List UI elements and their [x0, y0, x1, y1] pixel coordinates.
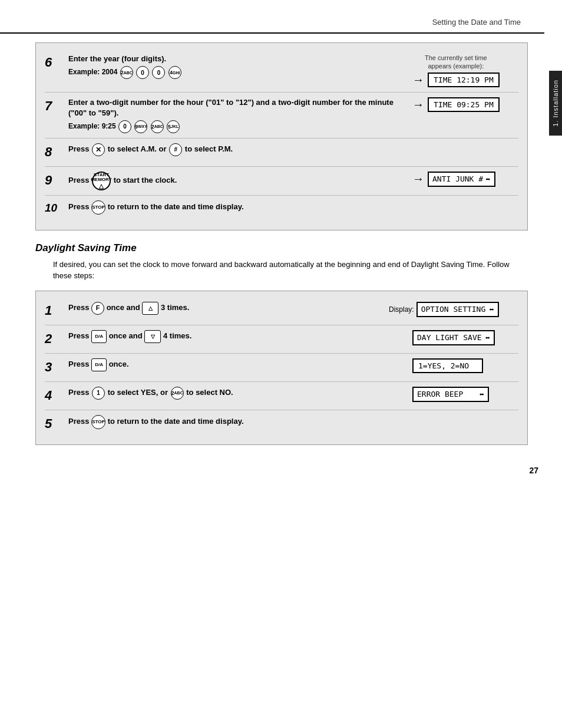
btn-x: ✕ [92, 143, 105, 156]
step-7-text: Enter a two-digit number for the hour ("… [68, 97, 406, 118]
dst-step-5-text: Press STOP to return to the date and tim… [68, 415, 518, 429]
display-dst-1: OPTION SETTING ⬌ [416, 302, 499, 317]
step-number-8: 8 [45, 143, 66, 160]
dst-step-1-text: Press F once and △ 3 times. [68, 302, 383, 315]
dst-step-content-1: Press F once and △ 3 times. [66, 302, 383, 315]
btn-stop-1: STOP [91, 200, 105, 215]
section2-desc: If desired, you can set the clock to mov… [35, 259, 528, 282]
btn-da-1: D/A [91, 330, 107, 343]
side-tab-label: 1. Installation [552, 80, 559, 127]
step-row-6: 6 Enter the year (four digits). Example:… [45, 49, 518, 93]
btn-2c: 2ABC [171, 387, 184, 400]
btn-1: 1 [92, 387, 105, 400]
display-9-icon: ⬌ [485, 174, 490, 184]
currently-set-note: The currently set timeappears (example): [412, 54, 500, 71]
display-dst-2-icon: ⬌ [485, 333, 490, 342]
step-6-example: Example: 2004 2ABC 0 0 4GHI [68, 66, 406, 79]
step-7-example: Example: 9:25 0 9WXY 2ABC 5JKL [68, 120, 406, 133]
dst-step-number-5: 5 [45, 415, 66, 431]
display-dst-3: 1=YES, 2=NO [412, 358, 483, 373]
dst-step-row-2: 2 Press D/A once and ▽ 4 times. DAY LIGH… [45, 325, 518, 354]
display-7: TIME 09:25 PM [428, 97, 500, 112]
page-header: Setting the Date and Time [0, 0, 544, 34]
btn-stop-2: STOP [91, 415, 105, 429]
btn-0c: 0 [118, 120, 131, 133]
dst-step-2-display: DAY LIGHT SAVE ⬌ [412, 330, 518, 345]
display-9-text: ANTI JUNK # [432, 174, 483, 183]
step-content-7: Enter a two-digit number for the hour ("… [66, 97, 406, 133]
arrow-6: → [412, 73, 424, 87]
dst-step-row-4: 4 Press 1 to select YES, or 2ABC to sele… [45, 382, 518, 410]
step-6-display: The currently set timeappears (example):… [412, 54, 518, 87]
dst-step-row-1: 1 Press F once and △ 3 times. Display: O… [45, 297, 518, 325]
step-content-10: Press STOP to return to the date and tim… [66, 200, 518, 215]
step-row-7: 7 Enter a two-digit number for the hour … [45, 93, 518, 139]
step-number-7: 7 [45, 97, 66, 114]
dst-step-row-3: 3 Press D/A once. 1=YES, 2=NO [45, 354, 518, 382]
page-number: 27 [0, 454, 562, 475]
btn-hash: # [169, 143, 182, 156]
step-6-text: Enter the year (four digits). [68, 54, 406, 64]
btn-0a: 0 [136, 66, 149, 79]
section2-heading: Daylight Saving Time [35, 242, 528, 254]
display-dst-4-text: ERROR BEEP [417, 390, 477, 398]
dst-step-4-display: ERROR BEEP ⬌ [412, 387, 518, 402]
display-9: ANTI JUNK # ⬌ [428, 172, 495, 187]
step-9-text: Press STARTMEMORY△ to start the clock. [68, 172, 406, 190]
step-content-9: Press STARTMEMORY△ to start the clock. [66, 172, 406, 190]
btn-nav-down-2: ▽ [144, 330, 161, 343]
dst-step-number-1: 1 [45, 302, 66, 318]
btn-2b: 2ABC [151, 120, 164, 133]
step-7-display: → TIME 09:25 PM [412, 97, 518, 112]
step-10-text: Press STOP to return to the date and tim… [68, 200, 518, 215]
dst-step-content-3: Press D/A once. [66, 358, 406, 371]
step-row-9: 9 Press STARTMEMORY△ to start the clock.… [45, 167, 518, 196]
dst-step-content-5: Press STOP to return to the date and tim… [66, 415, 518, 429]
steps-box-1: 6 Enter the year (four digits). Example:… [35, 42, 528, 230]
btn-4: 4GHI [168, 66, 181, 79]
dst-step-3-display: 1=YES, 2=NO [412, 358, 518, 373]
btn-9: 9WXY [134, 120, 147, 133]
display-dst-1-icon: ⬌ [489, 305, 494, 314]
display-dst-1-text: OPTION SETTING [421, 305, 487, 314]
arrow-9: → [412, 172, 424, 186]
btn-start-memory: STARTMEMORY△ [92, 172, 111, 190]
step-content-8: Press ✕ to select A.M. or # to select P.… [66, 143, 518, 156]
step-content-6: Enter the year (four digits). Example: 2… [66, 54, 406, 79]
btn-0b: 0 [152, 66, 165, 79]
side-tab: 1. Installation [549, 71, 562, 136]
display-dst-4-icon: ⬌ [480, 390, 484, 399]
display-dst-2: DAY LIGHT SAVE ⬌ [412, 330, 495, 345]
btn-nav-up-1: △ [142, 302, 158, 315]
display-dst-4: ERROR BEEP ⬌ [412, 387, 489, 402]
step-number-10: 10 [45, 200, 66, 215]
step-8-text: Press ✕ to select A.M. or # to select P.… [68, 143, 518, 156]
btn-da-2: D/A [91, 358, 107, 371]
btn-f: F [91, 302, 104, 315]
btn-2: 2ABC [120, 66, 133, 79]
step-row-10: 10 Press STOP to return to the date and … [45, 196, 518, 224]
display-dst-2-text: DAY LIGHT SAVE [417, 333, 483, 342]
page-container: 1. Installation Setting the Date and Tim… [0, 0, 562, 728]
dst-step-number-4: 4 [45, 387, 66, 403]
display-6: TIME 12:19 PM [428, 73, 500, 87]
dst-step-row-5: 5 Press STOP to return to the date and t… [45, 410, 518, 439]
dst-step-number-3: 3 [45, 358, 66, 375]
main-content: 6 Enter the year (four digits). Example:… [0, 42, 546, 445]
step-9-display: → ANTI JUNK # ⬌ [412, 172, 518, 187]
header-title: Setting the Date and Time [432, 18, 521, 27]
arrow-7: → [412, 98, 424, 111]
step-number-9: 9 [45, 172, 66, 188]
dst-step-content-4: Press 1 to select YES, or 2ABC to select… [66, 387, 406, 400]
step-number-6: 6 [45, 54, 66, 70]
step-row-8: 8 Press ✕ to select A.M. or # to select … [45, 139, 518, 167]
dst-step-2-text: Press D/A once and ▽ 4 times. [68, 330, 406, 343]
dst-step-4-text: Press 1 to select YES, or 2ABC to select… [68, 387, 406, 400]
steps-box-2: 1 Press F once and △ 3 times. Display: O… [35, 291, 528, 445]
display-label-1: Display: [389, 305, 414, 314]
btn-5: 5JKL [167, 120, 180, 133]
dst-step-3-text: Press D/A once. [68, 358, 406, 371]
dst-step-1-display: Display: OPTION SETTING ⬌ [389, 302, 518, 317]
dst-step-content-2: Press D/A once and ▽ 4 times. [66, 330, 406, 343]
dst-step-number-2: 2 [45, 330, 66, 347]
